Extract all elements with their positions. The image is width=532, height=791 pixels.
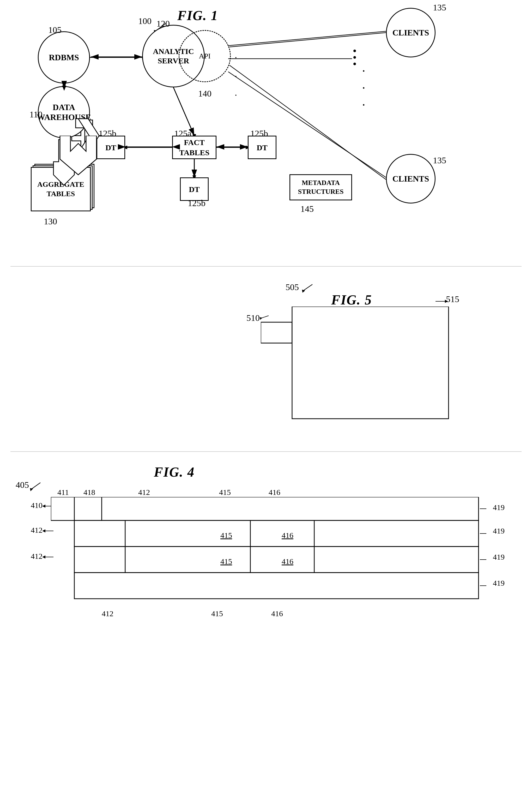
dt-bottom-label: DT (189, 184, 200, 194)
page: FIG. 1 100 RDBMS 105 ANALYTIC SERVER 120… (0, 0, 532, 791)
metadata-label: METADATA STRUCTURES (298, 178, 344, 196)
label-130: 130 (44, 216, 57, 226)
clients-bottom-node: CLIENTS (386, 154, 436, 204)
fig4-title: FIG. 4 (154, 464, 194, 480)
label-140: 140 (198, 89, 211, 99)
label-125a: 125a (174, 129, 191, 138)
fig5-title: FIG. 5 (331, 292, 372, 307)
svg-line-51 (31, 483, 40, 489)
col-418-label: 418 (83, 488, 95, 497)
arrow-410 (42, 503, 55, 511)
dots-more-clients: ··· (235, 48, 237, 105)
svg-line-18 (229, 33, 386, 47)
section-divider-1 (11, 266, 521, 267)
cell-416-row2: 416 (282, 531, 293, 540)
label-100: 100 (138, 16, 152, 26)
fig4-table-svg (51, 497, 489, 643)
dt-right-label: DT (256, 143, 268, 153)
row-412-bottom-label: 412 (102, 609, 113, 618)
svg-line-43 (303, 284, 312, 290)
svg-line-37 (228, 31, 386, 46)
label-105: 105 (48, 25, 61, 35)
cell-415-row3: 415 (220, 557, 232, 566)
svg-rect-66 (74, 573, 478, 599)
rdbms-node: RDBMS (38, 31, 90, 83)
clients-top-node: CLIENTS (386, 8, 436, 57)
svg-marker-52 (30, 488, 33, 491)
metadata-box: METADATA STRUCTURES (289, 174, 352, 200)
svg-point-40 (353, 50, 356, 52)
col-416-label: 416 (269, 488, 280, 497)
label-419-3: 419 (493, 552, 505, 561)
label-135-bot: 135 (433, 155, 446, 165)
dt-left-label: DT (106, 143, 116, 153)
rdbms-label: RDBMS (49, 53, 79, 62)
svg-marker-78 (42, 555, 45, 559)
col-415-bottom-label: 415 (211, 609, 223, 618)
svg-marker-44 (302, 289, 305, 293)
col-412-label: 412 (138, 488, 150, 497)
label-145: 145 (300, 204, 314, 214)
svg-marker-46 (260, 317, 262, 320)
arrow-412-1 (42, 528, 55, 535)
row-412-1-label: 412 (31, 526, 42, 534)
arrow-405 (27, 481, 43, 492)
col-415-label: 415 (219, 488, 231, 497)
label-419-2: 419 (493, 526, 505, 535)
dw-label: DATA WAREHOUSE (37, 102, 91, 123)
row-410-label: 410 (31, 501, 42, 510)
label-405: 405 (16, 480, 29, 490)
data-warehouse-node: DATA WAREHOUSE (38, 86, 90, 138)
label-419-1: 419 (493, 503, 505, 512)
dt-bottom-box: DT (180, 177, 209, 201)
arrow-412-2 (42, 554, 55, 562)
fig1-title: FIG. 1 (177, 8, 218, 23)
svg-marker-54 (42, 505, 45, 508)
svg-rect-50 (292, 306, 449, 419)
fact-tables-label: FACT TABLES (179, 137, 209, 157)
col-416-bottom-label: 416 (271, 609, 283, 618)
label-110: 110 (30, 110, 42, 119)
clients-top-label: CLIENTS (393, 27, 429, 38)
svg-rect-62 (74, 547, 478, 573)
svg-line-45 (261, 316, 269, 318)
clients-bottom-label: CLIENTS (393, 174, 429, 184)
col-411-label: 411 (57, 488, 69, 497)
dt-right-box: DT (248, 136, 277, 159)
fig4-419-brackets (480, 497, 495, 606)
label-505: 505 (286, 282, 299, 292)
svg-rect-55 (51, 497, 478, 521)
api-node: API (179, 30, 231, 82)
svg-rect-58 (74, 521, 478, 547)
dots-indicator: ··· (362, 63, 365, 113)
svg-rect-49 (261, 322, 292, 343)
label-125b-left: 125b (99, 129, 116, 138)
svg-point-42 (353, 63, 356, 65)
svg-marker-76 (42, 529, 45, 532)
row-412-2-label: 412 (31, 552, 42, 561)
label-125b-bot: 125b (188, 198, 206, 208)
cell-416-row3: 416 (282, 557, 293, 566)
svg-point-41 (353, 56, 356, 59)
label-120: 120 (156, 19, 170, 29)
cell-415-row2: 415 (220, 531, 232, 540)
label-515: 515 (446, 294, 459, 304)
dt-left-box: DT (96, 136, 125, 159)
agg-page-front: AGGREGATE TABLES (31, 167, 91, 211)
label-135-top: 135 (433, 3, 446, 13)
label-510: 510 (246, 313, 260, 323)
agg-tables-label: AGGREGATE TABLES (37, 180, 84, 199)
fig5-shape (261, 306, 459, 432)
arrow-505 (299, 282, 315, 293)
label-419-4: 419 (493, 579, 505, 587)
fact-tables-box: FACT TABLES (172, 136, 216, 159)
section-divider-2 (11, 451, 521, 452)
api-label: API (199, 52, 210, 60)
label-125b-right: 125b (250, 129, 268, 138)
arrow-510-indicator (258, 313, 271, 321)
